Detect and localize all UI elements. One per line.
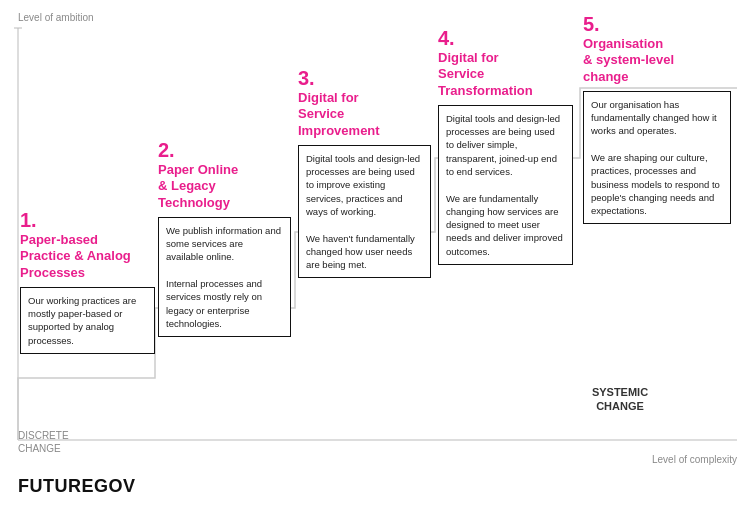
futuregov-logo: FUTUREGOV: [18, 476, 136, 497]
stage-3-number: 3.: [298, 68, 431, 88]
chart-container: Level of ambition DISCRETE CHANGE Level …: [0, 0, 755, 507]
stage-3-title: Digital for Service Improvement: [298, 90, 431, 139]
axis-label-top: Level of ambition: [18, 12, 94, 23]
systemic-change-label: SYSTEMIC CHANGE: [580, 385, 660, 414]
stage-1-description: Our working practices are mostly paper-b…: [20, 287, 155, 354]
stage-5: 5. Organisation & system-level change Ou…: [583, 14, 731, 224]
stage-2-description: We publish information and some services…: [158, 217, 291, 337]
axis-label-bottom-left: DISCRETE CHANGE: [18, 429, 69, 455]
stage-1-title: Paper-based Practice & Analog Processes: [20, 232, 155, 281]
stage-5-number: 5.: [583, 14, 731, 34]
stage-2: 2. Paper Online & Legacy Technology We p…: [158, 140, 291, 337]
stage-4-number: 4.: [438, 28, 573, 48]
stage-5-description: Our organisation has fundamentally chang…: [583, 91, 731, 225]
stage-4-title: Digital for Service Transformation: [438, 50, 573, 99]
stage-5-title: Organisation & system-level change: [583, 36, 731, 85]
stage-4-description: Digital tools and design-led processes a…: [438, 105, 573, 265]
stage-2-number: 2.: [158, 140, 291, 160]
stage-4: 4. Digital for Service Transformation Di…: [438, 28, 573, 265]
stage-1-number: 1.: [20, 210, 155, 230]
stage-1: 1. Paper-based Practice & Analog Process…: [20, 210, 155, 354]
axis-label-bottom-right: Level of complexity: [652, 454, 737, 465]
stage-3-description: Digital tools and design-led processes a…: [298, 145, 431, 279]
stage-2-title: Paper Online & Legacy Technology: [158, 162, 291, 211]
stage-3: 3. Digital for Service Improvement Digit…: [298, 68, 431, 278]
